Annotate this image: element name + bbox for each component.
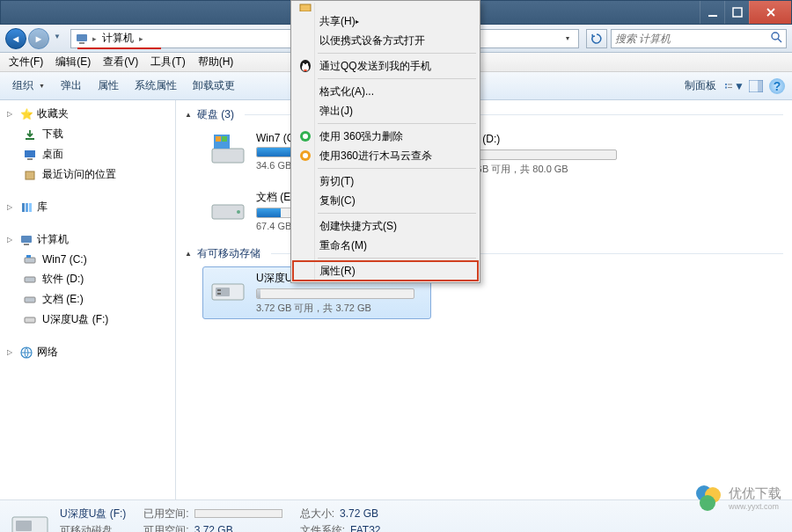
free-value: 3.72 GB <box>194 524 233 532</box>
sidebar-item-recent[interactable]: 最近访问的位置 <box>0 164 175 185</box>
details-name: U深度U盘 (F:) <box>60 506 126 521</box>
network-icon <box>19 346 33 360</box>
close-button[interactable] <box>749 1 791 24</box>
ctx-properties[interactable]: 属性(R) <box>293 261 478 281</box>
sidebar-item-drive-c[interactable]: Win7 (C:) <box>0 250 175 269</box>
drive-capacity-bar <box>458 149 617 160</box>
sidebar-item-downloads[interactable]: 下载 <box>0 124 175 144</box>
menu-edit[interactable]: 编辑(E) <box>50 53 96 71</box>
search-input[interactable] <box>615 33 771 45</box>
ctx-rename[interactable]: 重命名(M) <box>293 236 478 255</box>
fs-value: FAT32 <box>350 524 380 532</box>
control-panel-button[interactable]: 制面板 <box>678 76 723 96</box>
fs-label: 文件系统: <box>300 523 345 533</box>
back-button[interactable]: ◄ <box>5 28 26 49</box>
address-dropdown[interactable]: ▾ <box>561 34 575 42</box>
library-icon <box>19 200 33 215</box>
sidebar-libraries[interactable]: ▷库 <box>0 197 175 217</box>
svg-rect-21 <box>26 255 31 258</box>
help-button[interactable]: ? <box>767 77 787 96</box>
breadcrumb-root[interactable]: 计算机 <box>100 31 136 46</box>
svg-rect-29 <box>222 136 227 142</box>
ctx-cut[interactable]: 剪切(T) <box>293 171 478 191</box>
context-menu: 共享(H)▸ 以便携式设备方式打开 通过QQ发送到我的手机 格式化(A)... … <box>290 0 480 283</box>
svg-rect-0 <box>708 15 717 17</box>
ctx-eject[interactable]: 弹出(J) <box>293 101 478 120</box>
watermark-url: www.yyxt.com <box>729 502 781 511</box>
ctx-format[interactable]: 格式化(A)... <box>293 82 478 101</box>
sidebar-network[interactable]: ▷网络 <box>0 342 175 362</box>
computer-icon <box>19 233 33 247</box>
360-icon <box>297 128 313 144</box>
svg-point-42 <box>306 63 308 65</box>
forward-button[interactable]: ► <box>28 28 49 49</box>
details-pane: U深度U盘 (F:) 可移动磁盘 已用空间: 可用空间:3.72 GB 总大小:… <box>0 499 792 532</box>
svg-point-45 <box>303 134 308 139</box>
organize-button[interactable]: 组织▼ <box>5 76 52 96</box>
open-icon <box>297 3 313 11</box>
menu-view[interactable]: 查看(V) <box>98 53 143 71</box>
eject-button[interactable]: 弹出 <box>54 76 89 96</box>
preview-pane-button[interactable] <box>746 77 766 96</box>
size-label: 总大小: <box>300 506 334 521</box>
svg-rect-6 <box>725 86 727 88</box>
drive-icon <box>23 293 37 307</box>
sidebar-favorites[interactable]: ▷⭐收藏夹 <box>0 104 175 124</box>
properties-button[interactable]: 属性 <box>91 76 126 96</box>
free-label: 可用空间: <box>143 523 188 533</box>
svg-rect-2 <box>77 34 87 41</box>
refresh-button[interactable] <box>586 29 607 48</box>
view-mode-button[interactable]: ▼ <box>725 77 744 96</box>
sysprops-button[interactable]: 系统属性 <box>128 76 184 96</box>
svg-point-31 <box>237 210 240 214</box>
svg-rect-5 <box>725 83 727 84</box>
download-icon <box>23 128 37 142</box>
drive-stats: 3.72 GB 可用，共 3.72 GB <box>256 302 427 315</box>
ctx-portable[interactable]: 以便携式设备方式打开 <box>293 31 478 50</box>
uninstall-button[interactable]: 卸载或更 <box>186 76 242 96</box>
svg-rect-24 <box>25 317 35 323</box>
svg-rect-1 <box>733 8 742 17</box>
menu-file[interactable]: 文件(F) <box>4 53 48 71</box>
sidebar-computer[interactable]: ▷计算机 <box>0 230 175 250</box>
watermark: 优优下载 www.yyxt.com <box>693 483 781 513</box>
menu-tools[interactable]: 工具(T) <box>145 53 190 71</box>
svg-rect-17 <box>29 203 32 212</box>
menu-help[interactable]: 帮助(H) <box>193 53 239 71</box>
minimize-button[interactable] <box>700 1 724 24</box>
sidebar-item-drive-e[interactable]: 文档 (E:) <box>0 289 175 310</box>
drive-icon <box>207 132 249 167</box>
usb-drive-icon <box>207 271 249 306</box>
svg-rect-33 <box>216 288 230 296</box>
svg-rect-19 <box>24 244 29 245</box>
content-pane: ▲硬盘 (3) Win7 (C 34.6 GB 文件 (D:) 6.6 GB 可… <box>176 100 792 499</box>
computer-icon <box>75 32 89 46</box>
ctx-share[interactable]: 共享(H)▸ <box>293 11 478 31</box>
maximize-button[interactable] <box>724 1 749 24</box>
svg-point-50 <box>700 495 715 511</box>
svg-rect-3 <box>79 42 84 44</box>
ctx-open[interactable] <box>293 3 478 11</box>
svg-rect-35 <box>217 293 221 295</box>
ctx-360-delete[interactable]: 使用 360强力删除 <box>293 127 478 146</box>
svg-rect-18 <box>21 236 32 243</box>
section-hdd[interactable]: ▲硬盘 (3) <box>176 104 792 126</box>
sidebar-item-drive-d[interactable]: 软件 (D:) <box>0 269 175 289</box>
navigation-pane: ▷⭐收藏夹 下载 桌面 最近访问的位置 ▷库 ▷计算机 Win7 (C:) 软件… <box>0 100 176 499</box>
ctx-shortcut[interactable]: 创建快捷方式(S) <box>293 216 478 236</box>
sidebar-item-desktop[interactable]: 桌面 <box>0 144 175 164</box>
section-removable[interactable]: ▲有可移动存储 <box>176 243 792 265</box>
sidebar-item-drive-f[interactable]: U深度U盘 (F:) <box>0 310 175 330</box>
svg-rect-22 <box>25 277 35 282</box>
recent-icon <box>23 168 37 182</box>
svg-rect-16 <box>26 203 28 212</box>
search-box[interactable] <box>611 29 787 48</box>
ctx-copy[interactable]: 复制(C) <box>293 191 478 210</box>
ctx-360-scan[interactable]: 使用360进行木马云查杀 <box>293 146 478 165</box>
svg-rect-8 <box>728 87 732 88</box>
desktop-icon <box>23 148 37 162</box>
drive-d[interactable]: 文件 (D:) 6.6 GB 可用，共 80.0 GB <box>454 128 683 180</box>
ctx-qq[interactable]: 通过QQ发送到我的手机 <box>293 56 478 76</box>
history-dropdown[interactable]: ▼ <box>51 28 63 46</box>
drive-icon <box>23 273 37 287</box>
